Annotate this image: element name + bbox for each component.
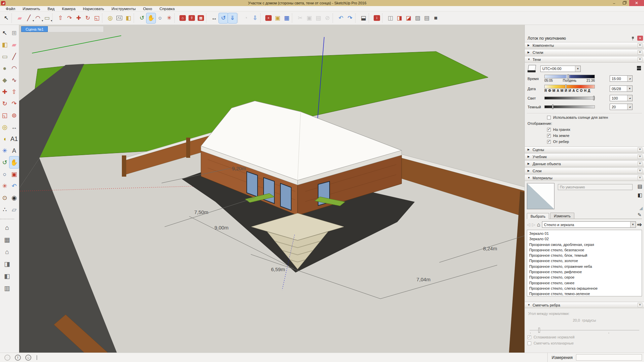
section-entity-info[interactable]: ▶ Данные объекта ✕ <box>525 160 644 167</box>
toggle-shadows-icon[interactable] <box>528 65 536 72</box>
scale-tool-icon[interactable]: ◱ <box>0 109 9 121</box>
section-plane-icon[interactable]: ◫ <box>386 13 395 23</box>
angle-slider[interactable] <box>530 328 639 333</box>
material-item[interactable]: Прозрачное стекло, золотое <box>527 258 642 263</box>
view-right-icon[interactable]: ◨ <box>1 258 13 270</box>
soften-coplanar-checkbox[interactable] <box>528 341 531 345</box>
display-pane-icon[interactable]: ▤ <box>638 184 642 189</box>
forward-icon[interactable]: ▷ <box>532 222 535 227</box>
make-component-icon[interactable]: ⊞ <box>9 27 19 39</box>
new-file-icon[interactable]: + <box>264 13 273 23</box>
material-item[interactable]: Прозрачное стекло, блок, темный <box>527 253 642 258</box>
arc-tool-icon[interactable]: ◠ <box>33 13 42 23</box>
axes-tool-icon[interactable]: ✳ <box>0 145 9 156</box>
tape-measure-icon[interactable]: ◎ <box>0 121 9 133</box>
from-edges-checkbox[interactable] <box>547 140 551 144</box>
tab-edit[interactable]: Изменить <box>550 213 574 219</box>
view-front-icon[interactable]: ⌂ <box>1 246 13 258</box>
section-layers[interactable]: ▶ Слои ✕ <box>525 168 644 174</box>
date-slider[interactable] <box>544 85 595 88</box>
dark-input[interactable]: 20 <box>610 104 633 110</box>
arc-tool-icon[interactable]: ◠ <box>9 62 19 74</box>
time-slider[interactable] <box>544 75 595 78</box>
place-camera-icon[interactable]: ⇩ <box>250 13 260 23</box>
copy-icon[interactable]: ▣ <box>305 13 314 23</box>
extension-warehouse-icon[interactable]: ▦ <box>196 13 205 23</box>
material-item[interactable]: Прозрачное стекло, безопасное <box>527 247 642 253</box>
orbit-tool-icon[interactable]: ↺ <box>0 156 9 168</box>
material-item[interactable]: Прозрачное стекло, слегка окрашенное <box>527 286 642 291</box>
follow-me-tool-icon[interactable]: ↷ <box>65 13 74 23</box>
light-slider[interactable] <box>544 97 595 100</box>
on-ground-checkbox[interactable] <box>547 134 551 138</box>
slider-handle[interactable] <box>593 96 595 100</box>
material-item[interactable]: Прозрачное стекло, темно-зеленое <box>527 291 642 296</box>
delete-icon[interactable]: ⊘ <box>323 13 332 23</box>
3d-text-tool-icon[interactable]: A <box>9 145 19 156</box>
slider-handle[interactable] <box>552 105 553 109</box>
eraser-tool-icon[interactable]: ▰ <box>9 39 19 50</box>
use-sun-checkbox[interactable] <box>547 116 551 119</box>
pan-tool-icon[interactable]: ✋ <box>146 13 156 23</box>
paint-bucket-icon[interactable]: ◧ <box>124 13 133 23</box>
eyedropper-icon[interactable]: ✐ <box>637 213 642 217</box>
menu-item[interactable]: Справка <box>156 6 178 11</box>
section-cut-icon[interactable]: ◪ <box>404 13 413 23</box>
light-input[interactable]: 100 <box>610 95 633 101</box>
open-file-icon[interactable]: ▣ <box>273 13 282 23</box>
text-tool-icon[interactable]: A1 <box>115 13 124 23</box>
material-item[interactable]: Прозрачное стекло, серое <box>527 275 642 280</box>
move-tool-icon[interactable]: ✚ <box>0 86 9 98</box>
tray-close-button[interactable]: ✕ <box>637 36 643 41</box>
follow-me-tool-icon[interactable]: ↷ <box>9 98 19 109</box>
look-around-icon[interactable]: ◉ <box>9 192 19 204</box>
section-components[interactable]: ▶ Компоненты ✕ <box>525 42 644 48</box>
material-item[interactable]: Прозрачная смола, дробленая, серая <box>527 242 642 247</box>
dimension-tool-icon[interactable]: ↔ <box>9 121 19 133</box>
material-name-field[interactable]: По умолчанию <box>558 184 633 190</box>
move-tool-icon[interactable]: ✚ <box>74 13 83 23</box>
menu-item[interactable]: Изменить <box>19 6 44 11</box>
home-icon[interactable]: ⌂ <box>537 222 540 228</box>
minimize-button[interactable]: – <box>609 0 619 6</box>
get-models-icon[interactable]: ⌂ <box>178 13 187 23</box>
section-close-icon[interactable]: ✕ <box>638 169 642 173</box>
section-close-icon[interactable]: ✕ <box>638 147 642 152</box>
pan-tool-icon[interactable]: ✋ <box>9 156 19 168</box>
tab-select[interactable]: Выбрать <box>527 213 549 219</box>
model-info-icon[interactable]: i <box>372 13 381 23</box>
freehand-tool-icon[interactable]: ∿ <box>9 74 19 86</box>
menu-item[interactable]: Файл <box>2 6 19 11</box>
section-close-icon[interactable]: ✕ <box>638 57 642 62</box>
push-pull-tool-icon[interactable]: ⇧ <box>56 13 65 23</box>
paste-icon[interactable]: ▤ <box>314 13 323 23</box>
close-button[interactable]: ✕ <box>629 0 644 6</box>
tape-measure-icon[interactable]: ◎ <box>106 13 115 23</box>
material-item[interactable]: Прозрачное стекло, синее <box>527 280 642 286</box>
material-item[interactable]: Зеркало 01 <box>527 231 642 236</box>
date-input[interactable]: 05/28 <box>610 85 633 92</box>
on-faces-checkbox[interactable] <box>547 128 551 132</box>
orbit-tool-icon[interactable]: ↺ <box>137 13 146 23</box>
text-tool-icon[interactable]: A1 <box>9 133 19 145</box>
section-scenes[interactable]: ▶ Сцены ✕ <box>525 146 644 153</box>
walk-tool-icon[interactable]: ⇓ <box>228 13 237 23</box>
turn-camera-icon[interactable]: ↺ <box>219 13 228 23</box>
paint-bucket-icon[interactable]: ◧ <box>0 39 9 50</box>
select-tool-icon[interactable]: ↖ <box>0 27 9 39</box>
scene-tab[interactable]: Сцена №1 <box>21 26 48 32</box>
previous-view-icon[interactable]: ↶ <box>9 180 19 192</box>
eraser-tool-icon[interactable]: ▰ <box>15 13 24 23</box>
section-shadows[interactable]: ▼ Тени ✕ <box>525 56 644 63</box>
redo-icon[interactable]: ↷ <box>345 13 354 23</box>
select-tool-icon[interactable]: ↖ <box>2 13 11 23</box>
circle-tool-icon[interactable]: ● <box>0 62 9 74</box>
previous-view-icon[interactable]: ◔ <box>241 13 250 23</box>
smooth-normals-checkbox[interactable] <box>528 335 531 339</box>
save-file-icon[interactable]: ▦ <box>282 13 291 23</box>
push-pull-tool-icon[interactable]: ⇧ <box>9 86 19 98</box>
dark-slider[interactable] <box>544 105 595 108</box>
menu-item[interactable]: Нарисовать <box>79 6 108 11</box>
geolocation-icon[interactable]: ◌ <box>4 355 10 361</box>
sign-in-icon[interactable]: ☺ <box>25 355 31 361</box>
